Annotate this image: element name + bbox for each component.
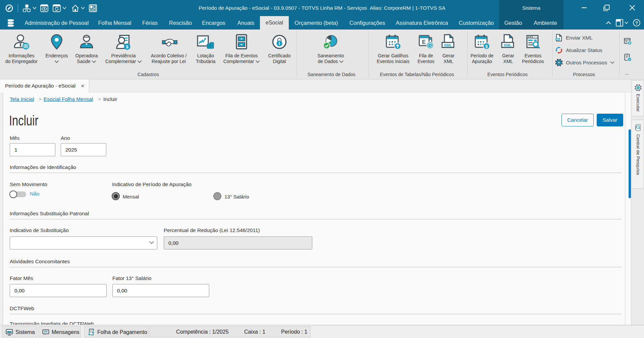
svg-text:E: E [422,39,426,45]
svg-text:XML: XML [503,43,512,47]
svg-text:$: $ [126,44,128,49]
svg-text:XML: XML [444,43,452,47]
svg-text:$: $ [485,44,488,49]
svg-text:XML: XML [556,38,560,40]
svg-text:?: ? [635,20,638,25]
